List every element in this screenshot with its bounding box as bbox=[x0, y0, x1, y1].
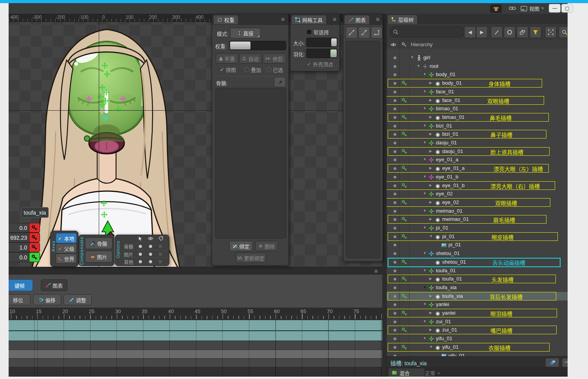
expand-arrow-icon[interactable]: ▶ bbox=[429, 277, 432, 281]
adjust-button[interactable]: 调整 bbox=[64, 294, 92, 305]
delete-button[interactable]: 删除 bbox=[255, 241, 278, 251]
expand-arrow-icon[interactable]: ▼ bbox=[423, 268, 426, 272]
expand-arrow-icon[interactable]: ▼ bbox=[423, 106, 426, 110]
link-key-icon[interactable] bbox=[401, 166, 407, 171]
curve-bezier-button[interactable] bbox=[358, 27, 370, 38]
compensate-bones-button[interactable]: 骨骼 bbox=[85, 237, 113, 249]
blend-mode-dropdown[interactable]: 正常 bbox=[425, 369, 439, 377]
expand-arrow-icon[interactable]: ▶ bbox=[429, 115, 432, 119]
visibility-dot[interactable] bbox=[394, 73, 396, 76]
expand-arrow-icon[interactable]: ▶ bbox=[429, 200, 432, 204]
compensate-images-button[interactable]: 图片 bbox=[85, 251, 113, 262]
expand-arrow-icon[interactable]: ▶ bbox=[429, 217, 432, 221]
visibility-dot[interactable] bbox=[394, 286, 396, 289]
weights-menu-icon[interactable]: ≡ bbox=[281, 16, 285, 22]
maximize-button[interactable]: ▢ bbox=[561, 4, 573, 13]
expand-arrow-icon[interactable]: ▼ bbox=[423, 140, 426, 144]
visibility-dot[interactable] bbox=[394, 252, 396, 255]
overlay-checkbox[interactable]: 叠加 bbox=[244, 66, 261, 73]
visibility-dot[interactable] bbox=[394, 329, 396, 332]
tree-row-bone-toufa_xia[interactable]: ▼toufa_xia bbox=[387, 283, 568, 292]
options-toggle-dot[interactable] bbox=[139, 253, 142, 256]
tree-row-slot-eye_02[interactable]: ▶◉eye_02双眼插槽 bbox=[387, 198, 568, 207]
tree-row-slot-yifu_01[interactable]: ▼◉yifu_01衣服插槽 bbox=[387, 343, 568, 352]
options-toggle-dot[interactable] bbox=[159, 253, 162, 256]
selected-checkbox[interactable]: 已选 bbox=[266, 66, 283, 73]
visibility-dot[interactable] bbox=[394, 235, 396, 238]
expand-arrow-icon[interactable]: ▼ bbox=[429, 234, 433, 238]
visibility-dot[interactable] bbox=[394, 321, 396, 323]
expand-arrow-icon[interactable]: ▶ bbox=[429, 166, 432, 170]
slot-action-button[interactable] bbox=[562, 358, 568, 367]
size-slider[interactable] bbox=[306, 38, 338, 47]
mode-dropdown[interactable]: 直接 bbox=[230, 28, 261, 38]
mesh-menu-icon[interactable]: ≡ bbox=[333, 16, 336, 22]
visibility-dot[interactable] bbox=[394, 218, 396, 221]
tree-row-bone-yifu_01[interactable]: ▼yifu_01 bbox=[387, 334, 568, 343]
tree-row-slot-toufa_01[interactable]: ▶◉toufa_01头发插槽 bbox=[387, 275, 568, 283]
visibility-dot[interactable] bbox=[394, 125, 396, 128]
minimize-button[interactable]: — bbox=[549, 4, 561, 13]
circle-filter-button[interactable] bbox=[504, 26, 515, 38]
tree-row-slot-zui_01[interactable]: ▶◉zui_01嘴巴插槽 bbox=[387, 326, 568, 334]
expand-arrow-icon[interactable]: ▼ bbox=[429, 345, 433, 349]
visibility-dot[interactable] bbox=[394, 91, 396, 93]
link-key-icon[interactable] bbox=[401, 276, 407, 282]
tab-weights[interactable]: 权重 bbox=[214, 15, 238, 24]
tree-row-bone_pink-eye_01_b[interactable]: ▼eye_01_b bbox=[387, 173, 568, 181]
visibility-dot[interactable] bbox=[394, 244, 396, 246]
feather-slider[interactable] bbox=[306, 49, 338, 58]
tree-row-bone-zui_01[interactable]: ▼zui_01 bbox=[387, 317, 568, 326]
visibility-dot[interactable] bbox=[394, 278, 396, 281]
visibility-dot[interactable] bbox=[394, 270, 396, 272]
expand-arrow-icon[interactable]: ▼ bbox=[423, 89, 426, 93]
visibility-dot[interactable] bbox=[394, 65, 396, 68]
tab-mesh-tools[interactable]: 网格工具 bbox=[292, 15, 326, 24]
expand-arrow-icon[interactable]: ▼ bbox=[423, 157, 426, 161]
tree-row-slot-face_01[interactable]: ▶◉face_01双眼插槽 bbox=[387, 96, 568, 105]
tree-row-bone_cyan-shetou_01[interactable]: ▼shetou_01 bbox=[387, 249, 568, 258]
link-key-icon[interactable] bbox=[401, 344, 407, 350]
visibility-dot[interactable] bbox=[394, 116, 396, 119]
axes-parent-button[interactable]: 父级 bbox=[56, 243, 77, 253]
expand-arrow-icon[interactable]: ▶ bbox=[429, 328, 432, 332]
expand-arrow-icon[interactable]: ▶ bbox=[429, 149, 432, 153]
visibility-dot[interactable] bbox=[394, 261, 396, 264]
key-red-button[interactable] bbox=[29, 223, 40, 233]
link-key-icon[interactable] bbox=[401, 310, 407, 316]
link-key-icon[interactable] bbox=[401, 217, 407, 222]
options-toggle-dot[interactable] bbox=[149, 253, 152, 256]
auto-button[interactable]: 自动 bbox=[239, 53, 262, 64]
search-edit-button[interactable] bbox=[559, 26, 568, 38]
feather-slider-handle[interactable] bbox=[330, 49, 337, 57]
tree-search-input[interactable] bbox=[390, 26, 465, 37]
curve-stepped-button[interactable] bbox=[371, 27, 383, 38]
expand-arrow-icon[interactable]: ▶ bbox=[429, 183, 432, 187]
tree-row-bone-bimao_01[interactable]: ▼bimao_01 bbox=[387, 104, 568, 113]
graph-area[interactable] bbox=[346, 41, 380, 258]
tree-row-slot-shetou_01[interactable]: ◉shetou_01舌头动画插槽 bbox=[387, 258, 568, 266]
expand-arrow-icon[interactable]: ▼ bbox=[423, 226, 426, 230]
tree-row-girl-girl[interactable]: ▼girl bbox=[387, 53, 568, 62]
expand-arrow-icon[interactable]: ▼ bbox=[423, 302, 426, 306]
visibility-dot[interactable] bbox=[394, 346, 396, 349]
link-key-icon[interactable] bbox=[401, 293, 407, 299]
visibility-dot[interactable] bbox=[394, 312, 396, 315]
tab-graph-timeline[interactable]: 图表 bbox=[41, 279, 67, 291]
visibility-dot[interactable] bbox=[394, 99, 396, 102]
tab-graph-panel[interactable]: 图表 bbox=[345, 15, 369, 24]
key-red-button[interactable] bbox=[29, 242, 40, 252]
tree-row-slot-yanlei[interactable]: ▶◉yanlei眼泪插槽 bbox=[387, 309, 568, 317]
hull-checkbox[interactable]: ✓外壳顶点 bbox=[307, 60, 333, 68]
expand-arrow-icon[interactable]: ▼ bbox=[423, 319, 426, 323]
nav-back-button[interactable]: ◀ bbox=[464, 26, 476, 38]
expand-arrow-icon[interactable]: ▶ bbox=[429, 311, 432, 315]
curve-linear-button[interactable] bbox=[346, 27, 358, 38]
link-key-icon[interactable] bbox=[401, 149, 407, 155]
link-key-icon[interactable] bbox=[401, 131, 407, 137]
link-key-icon[interactable] bbox=[401, 234, 407, 240]
tree-row-slot-toufa_xia[interactable]: ▶◉toufa_xia背后长发插槽 bbox=[387, 292, 568, 301]
visibility-dot[interactable] bbox=[394, 176, 396, 179]
options-toggle-dot[interactable] bbox=[159, 260, 162, 263]
shift-button[interactable]: 移位 bbox=[5, 294, 31, 305]
